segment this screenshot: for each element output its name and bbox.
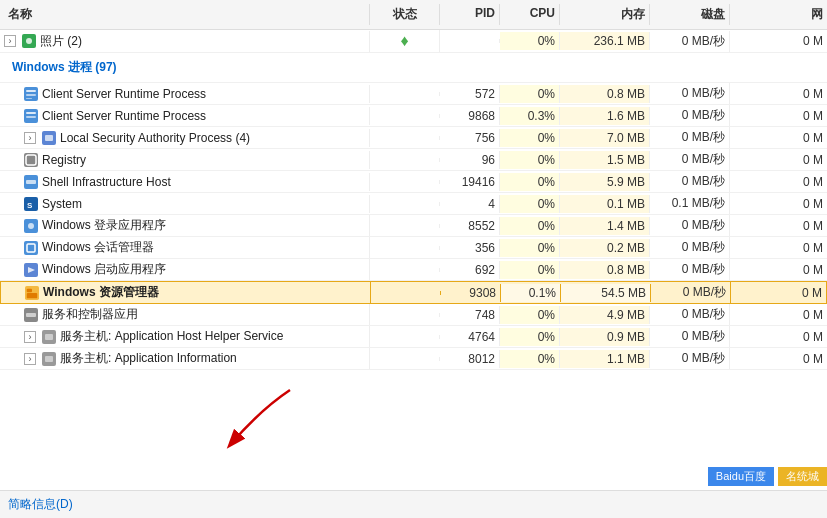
process-status [370,357,440,361]
process-name: System [42,197,82,211]
process-status [370,246,440,250]
process-status [371,291,441,295]
process-name: Registry [42,153,86,167]
process-icon [24,241,38,255]
process-name-cell: Client Server Runtime Process [0,85,370,103]
process-cpu: 0% [500,32,560,50]
table-row[interactable]: Client Server Runtime Process 572 0% 0.8… [0,83,827,105]
header-cpu: CPU [500,4,560,25]
svg-rect-25 [27,288,32,292]
table-row[interactable]: Client Server Runtime Process 9868 0.3% … [0,105,827,127]
process-network: 0 M [730,350,827,368]
process-pid: 692 [440,261,500,279]
table-row[interactable]: Windows 会话管理器 356 0% 0.2 MB 0 MB/秒 0 M [0,237,827,259]
table-row[interactable]: S System 4 0% 0.1 MB 0.1 MB/秒 0 M [0,193,827,215]
process-network: 0 M [730,239,827,257]
process-cpu: 0% [500,239,560,257]
process-pid: 9868 [440,107,500,125]
summary-link[interactable]: 简略信息(D) [8,496,73,513]
process-disk: 0 MB/秒 [650,31,730,52]
process-name: Client Server Runtime Process [42,109,206,123]
process-disk: 0 MB/秒 [650,348,730,369]
process-pid: 96 [440,151,500,169]
svg-rect-8 [26,116,36,118]
table-row[interactable]: Registry 96 0% 1.5 MB 0 MB/秒 0 M [0,149,827,171]
process-cpu: 0% [500,173,560,191]
table-row[interactable]: Windows 登录应用程序 8552 0% 1.4 MB 0 MB/秒 0 M [0,215,827,237]
table-row[interactable]: › 服务主机: Application Host Helper Service … [0,326,827,348]
process-memory: 5.9 MB [560,173,650,191]
svg-rect-5 [26,98,32,99]
process-name-cell: › 照片 (2) [0,31,370,52]
expand-button[interactable]: › [24,353,36,365]
table-row[interactable]: › Local Security Authority Process (4) 7… [0,127,827,149]
header-name: 名称 [0,4,370,25]
process-cpu: 0% [500,328,560,346]
process-name: Windows 启动应用程序 [42,261,166,278]
section-title-cell: Windows 进程 (97) [0,53,827,82]
process-list[interactable]: › 照片 (2) ♦ 0% 236.1 MB 0 MB/秒 0 M W [0,30,827,490]
process-memory: 7.0 MB [560,129,650,147]
process-name: Windows 会话管理器 [42,239,154,256]
process-pid: 8012 [440,350,500,368]
table-row[interactable]: Windows 资源管理器 9308 0.1% 54.5 MB 0 MB/秒 0… [0,281,827,304]
process-network: 0 M [730,261,827,279]
process-name-cell: › 服务主机: Application Host Helper Service [0,326,370,347]
process-icon [24,153,38,167]
expand-button[interactable]: › [24,331,36,343]
process-name: 照片 (2) [40,33,82,50]
process-memory: 1.6 MB [560,107,650,125]
header-network: 网 [730,4,827,25]
process-network: 0 M [730,328,827,346]
process-name-cell: Client Server Runtime Process [0,107,370,125]
process-network: 0 M [730,151,827,169]
section-header-windows: Windows 进程 (97) [0,53,827,83]
process-disk: 0 MB/秒 [651,282,731,303]
process-disk: 0 MB/秒 [650,304,730,325]
svg-point-1 [26,38,32,44]
process-cpu: 0.1% [501,284,561,302]
process-name: 服务主机: Application Host Helper Service [60,328,283,345]
table-row[interactable]: › 照片 (2) ♦ 0% 236.1 MB 0 MB/秒 0 M [0,30,827,53]
svg-point-18 [28,223,34,229]
process-name-cell: Shell Infrastructure Host [0,173,370,191]
process-name-cell: S System [0,195,370,213]
svg-rect-24 [27,293,38,298]
process-name-cell: Windows 启动应用程序 [0,259,370,280]
process-memory: 4.9 MB [560,306,650,324]
process-disk: 0 MB/秒 [650,326,730,347]
process-memory: 0.8 MB [560,261,650,279]
process-cpu: 0% [500,217,560,235]
process-disk: 0.1 MB/秒 [650,193,730,214]
process-memory: 236.1 MB [560,32,650,50]
expand-button[interactable]: › [24,132,36,144]
process-memory: 1.5 MB [560,151,650,169]
svg-rect-31 [45,356,53,362]
process-network: 0 M [730,129,827,147]
process-status [370,92,440,96]
svg-rect-14 [26,180,36,184]
svg-rect-3 [26,90,36,92]
process-disk: 0 MB/秒 [650,127,730,148]
process-memory: 54.5 MB [561,284,651,302]
bottom-bar: 简略信息(D) [0,490,827,518]
svg-rect-27 [26,313,36,317]
status-icon: ♦ [400,32,408,49]
process-status: ♦ [370,30,440,52]
process-pid: 9308 [441,284,501,302]
process-icon [42,131,56,145]
process-icon [24,263,38,277]
process-pid: 8552 [440,217,500,235]
process-cpu: 0.3% [500,107,560,125]
process-icon [24,109,38,123]
table-row[interactable]: Windows 启动应用程序 692 0% 0.8 MB 0 MB/秒 0 M [0,259,827,281]
process-name: 服务和控制器应用 [42,306,138,323]
process-memory: 1.1 MB [560,350,650,368]
table-row[interactable]: Shell Infrastructure Host 19416 0% 5.9 M… [0,171,827,193]
process-cpu: 0% [500,306,560,324]
expand-button[interactable]: › [4,35,16,47]
header-memory: 内存 [560,4,650,25]
process-memory: 0.2 MB [560,239,650,257]
table-row[interactable]: › 服务主机: Application Information 8012 0% … [0,348,827,370]
table-row[interactable]: 服务和控制器应用 748 0% 4.9 MB 0 MB/秒 0 M [0,304,827,326]
